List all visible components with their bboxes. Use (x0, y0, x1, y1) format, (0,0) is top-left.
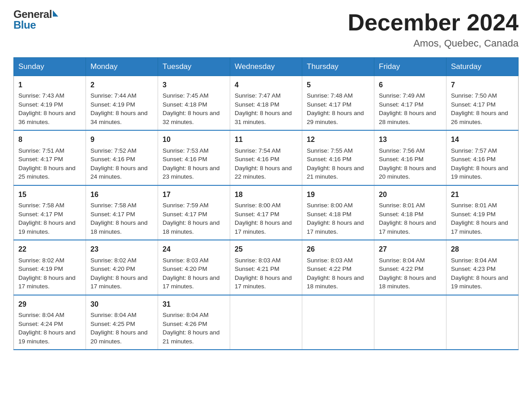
table-row: 26Sunrise: 8:03 AMSunset: 4:22 PMDayligh… (302, 240, 374, 295)
sunset-text: Sunset: 4:21 PM (235, 265, 279, 272)
title-section: December 2024 Amos, Quebec, Canada (348, 9, 519, 49)
day-number: 5 (307, 80, 369, 90)
daylight-text: Daylight: 8 hours and 17 minutes. (18, 274, 76, 290)
sunrise-text: Sunrise: 7:44 AM (90, 92, 137, 99)
day-number: 30 (90, 299, 153, 309)
sunset-text: Sunset: 4:26 PM (163, 321, 207, 327)
daylight-text: Daylight: 8 hours and 26 minutes. (451, 110, 508, 125)
header-wednesday: Wednesday (230, 58, 302, 76)
sunrise-text: Sunrise: 8:00 AM (307, 202, 353, 209)
sunset-text: Sunset: 4:18 PM (379, 211, 424, 218)
table-row: 11Sunrise: 7:54 AMSunset: 4:16 PMDayligh… (230, 130, 302, 185)
sunrise-text: Sunrise: 7:49 AM (379, 92, 425, 99)
day-number: 10 (163, 134, 225, 145)
sunset-text: Sunset: 4:17 PM (235, 211, 279, 218)
sunset-text: Sunset: 4:18 PM (307, 211, 352, 218)
sunrise-text: Sunrise: 7:55 AM (307, 147, 353, 154)
daylight-text: Daylight: 8 hours and 21 minutes. (163, 329, 220, 345)
table-row: 28Sunrise: 8:04 AMSunset: 4:23 PMDayligh… (446, 240, 519, 295)
daylight-text: Daylight: 8 hours and 32 minutes. (163, 110, 220, 125)
daylight-text: Daylight: 8 hours and 25 minutes. (18, 165, 76, 180)
sunset-text: Sunset: 4:20 PM (163, 265, 207, 272)
daylight-text: Daylight: 8 hours and 17 minutes. (90, 274, 148, 290)
sunrise-text: Sunrise: 7:56 AM (379, 147, 425, 154)
week-row-4: 22Sunrise: 8:02 AMSunset: 4:19 PMDayligh… (14, 240, 519, 295)
day-number: 3 (163, 80, 225, 90)
sunset-text: Sunset: 4:18 PM (235, 101, 279, 108)
daylight-text: Daylight: 8 hours and 17 minutes. (307, 219, 364, 235)
day-number: 29 (18, 299, 81, 309)
sunrise-text: Sunrise: 7:57 AM (451, 147, 497, 154)
header-tuesday: Tuesday (158, 58, 230, 76)
sunset-text: Sunset: 4:18 PM (163, 101, 207, 108)
header-saturday: Saturday (446, 58, 519, 76)
sunset-text: Sunset: 4:16 PM (451, 156, 496, 163)
table-row: 18Sunrise: 8:00 AMSunset: 4:17 PMDayligh… (230, 185, 302, 240)
sunrise-text: Sunrise: 8:03 AM (307, 257, 353, 264)
weekday-header-row: Sunday Monday Tuesday Wednesday Thursday… (14, 58, 519, 76)
daylight-text: Daylight: 8 hours and 17 minutes. (235, 274, 292, 290)
daylight-text: Daylight: 8 hours and 18 minutes. (307, 274, 364, 290)
day-number: 25 (235, 244, 297, 254)
sunset-text: Sunset: 4:17 PM (90, 211, 135, 218)
table-row: 23Sunrise: 8:02 AMSunset: 4:20 PMDayligh… (86, 240, 158, 295)
sunrise-text: Sunrise: 8:00 AM (235, 202, 281, 209)
daylight-text: Daylight: 8 hours and 24 minutes. (90, 165, 148, 180)
sunset-text: Sunset: 4:22 PM (307, 265, 352, 272)
sunset-text: Sunset: 4:19 PM (90, 101, 135, 108)
table-row: 29Sunrise: 8:04 AMSunset: 4:24 PMDayligh… (14, 295, 86, 350)
table-row: 22Sunrise: 8:02 AMSunset: 4:19 PMDayligh… (14, 240, 86, 295)
header-friday: Friday (374, 58, 446, 76)
table-row: 13Sunrise: 7:56 AMSunset: 4:16 PMDayligh… (374, 130, 446, 185)
sunrise-text: Sunrise: 7:51 AM (18, 147, 64, 154)
sunset-text: Sunset: 4:20 PM (90, 265, 135, 272)
sunrise-text: Sunrise: 7:48 AM (307, 92, 353, 99)
sunrise-text: Sunrise: 8:02 AM (90, 257, 137, 264)
day-number: 12 (307, 134, 369, 145)
sunrise-text: Sunrise: 7:58 AM (90, 202, 137, 209)
sunset-text: Sunset: 4:17 PM (307, 101, 352, 108)
table-row: 6Sunrise: 7:49 AMSunset: 4:17 PMDaylight… (374, 76, 446, 131)
sunset-text: Sunset: 4:17 PM (379, 101, 424, 108)
daylight-text: Daylight: 8 hours and 18 minutes. (90, 219, 148, 235)
daylight-text: Daylight: 8 hours and 17 minutes. (235, 219, 292, 235)
day-number: 15 (18, 189, 81, 200)
table-row: 12Sunrise: 7:55 AMSunset: 4:16 PMDayligh… (302, 130, 374, 185)
header-monday: Monday (86, 58, 158, 76)
table-row: 14Sunrise: 7:57 AMSunset: 4:16 PMDayligh… (446, 130, 519, 185)
sunset-text: Sunset: 4:16 PM (307, 156, 352, 163)
daylight-text: Daylight: 8 hours and 21 minutes. (307, 165, 364, 180)
sunset-text: Sunset: 4:19 PM (18, 101, 63, 108)
day-number: 17 (163, 189, 225, 200)
sunrise-text: Sunrise: 8:04 AM (379, 257, 425, 264)
table-row: 30Sunrise: 8:04 AMSunset: 4:25 PMDayligh… (86, 295, 158, 350)
day-number: 28 (451, 244, 514, 254)
sunset-text: Sunset: 4:22 PM (379, 265, 424, 272)
table-row: 10Sunrise: 7:53 AMSunset: 4:16 PMDayligh… (158, 130, 230, 185)
sunrise-text: Sunrise: 8:04 AM (451, 257, 497, 264)
daylight-text: Daylight: 8 hours and 19 minutes. (18, 219, 76, 235)
daylight-text: Daylight: 8 hours and 18 minutes. (163, 219, 220, 235)
daylight-text: Daylight: 8 hours and 22 minutes. (235, 165, 292, 180)
table-row (302, 295, 374, 350)
sunset-text: Sunset: 4:16 PM (163, 156, 207, 163)
sunset-text: Sunset: 4:16 PM (90, 156, 135, 163)
sunrise-text: Sunrise: 7:53 AM (163, 147, 209, 154)
day-number: 6 (379, 80, 442, 90)
daylight-text: Daylight: 8 hours and 28 minutes. (379, 110, 436, 125)
daylight-text: Daylight: 8 hours and 17 minutes. (379, 219, 436, 235)
table-row (374, 295, 446, 350)
daylight-text: Daylight: 8 hours and 23 minutes. (163, 165, 220, 180)
sunrise-text: Sunrise: 7:54 AM (235, 147, 281, 154)
sunrise-text: Sunrise: 7:43 AM (18, 92, 64, 99)
day-number: 1 (18, 80, 81, 90)
table-row: 4Sunrise: 7:47 AMSunset: 4:18 PMDaylight… (230, 76, 302, 131)
daylight-text: Daylight: 8 hours and 19 minutes. (18, 329, 76, 345)
sunrise-text: Sunrise: 8:03 AM (163, 257, 209, 264)
table-row: 16Sunrise: 7:58 AMSunset: 4:17 PMDayligh… (86, 185, 158, 240)
sunrise-text: Sunrise: 7:47 AM (235, 92, 281, 99)
logo-blue: Blue (13, 19, 36, 31)
table-row: 27Sunrise: 8:04 AMSunset: 4:22 PMDayligh… (374, 240, 446, 295)
calendar-table: Sunday Monday Tuesday Wednesday Thursday… (13, 57, 519, 350)
day-number: 18 (235, 189, 297, 200)
